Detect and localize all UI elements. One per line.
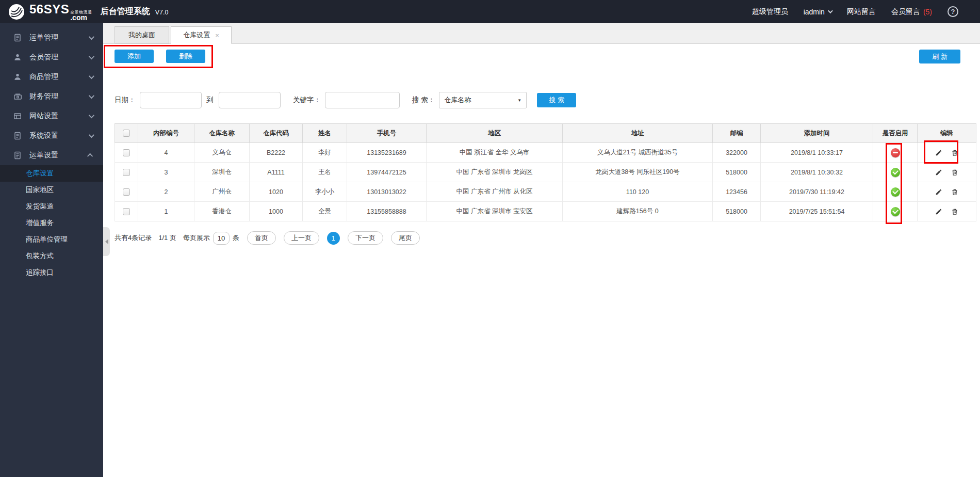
row-checkbox[interactable] bbox=[123, 149, 130, 156]
next-page-button[interactable]: 下一页 bbox=[348, 231, 383, 245]
column-header: 姓名 bbox=[303, 124, 347, 143]
sidebar-item-3[interactable]: 财务管理 bbox=[0, 87, 103, 106]
money-icon bbox=[13, 92, 22, 101]
table-row: 3深圳仓A1111王名13974472125中国 广东省 深圳市 龙岗区龙岗大道… bbox=[115, 163, 976, 182]
sidebar-subitem-6[interactable]: 追踪接口 bbox=[0, 264, 103, 281]
column-header: 是否启用 bbox=[873, 124, 918, 143]
pencil-icon[interactable] bbox=[935, 149, 942, 156]
sidebar-subitem-4[interactable]: 商品单位管理 bbox=[0, 231, 103, 248]
close-icon[interactable]: × bbox=[215, 31, 219, 39]
green-check-icon[interactable] bbox=[891, 187, 900, 197]
sidebar-subitem-3[interactable]: 增值服务 bbox=[0, 215, 103, 231]
current-page-button[interactable]: 1 bbox=[327, 232, 340, 245]
per-page-unit: 条 bbox=[233, 233, 239, 243]
cell-address: 龙岗大道38号 同乐社区190号 bbox=[563, 163, 713, 182]
column-header: 地址 bbox=[563, 124, 713, 143]
cell-zip: 518000 bbox=[713, 202, 761, 221]
chevron-down-icon bbox=[89, 73, 94, 79]
chevron-down-icon bbox=[89, 113, 94, 118]
app-version: V7.0 bbox=[155, 9, 169, 16]
cell-name: 香港仓 bbox=[194, 202, 250, 221]
pencil-icon[interactable] bbox=[935, 169, 942, 176]
brand-suffix: .com bbox=[70, 14, 92, 21]
cell-added: 2019/7/25 15:51:54 bbox=[761, 202, 873, 221]
cell-contact: 全景 bbox=[303, 202, 347, 221]
row-checkbox[interactable] bbox=[123, 169, 130, 176]
cell-zip: 518000 bbox=[713, 163, 761, 182]
search-field-select[interactable]: 仓库名称 ▼ bbox=[439, 92, 527, 108]
main-content: 我的桌面 仓库设置 × 添加 删除 刷 新 日期： 到 关键字： 搜 索： 仓库… bbox=[103, 23, 980, 477]
per-page-input[interactable] bbox=[213, 232, 230, 245]
sidebar-item-5[interactable]: 系统设置 bbox=[0, 126, 103, 146]
chevron-down-icon bbox=[89, 93, 94, 99]
red-minus-icon[interactable] bbox=[891, 148, 900, 157]
trash-icon[interactable] bbox=[951, 149, 958, 156]
chevron-down-icon bbox=[828, 8, 833, 13]
cell-region: 中国 浙江省 金华 义乌市 bbox=[427, 143, 563, 163]
cell-phone: 13013013022 bbox=[347, 182, 427, 202]
nav-member-messages[interactable]: 会员留言 (5) bbox=[891, 7, 932, 17]
green-check-icon[interactable] bbox=[891, 168, 900, 177]
keyword-input[interactable] bbox=[325, 92, 400, 108]
sidebar-item-0[interactable]: 运单管理 bbox=[0, 28, 103, 47]
cell-id: 2 bbox=[138, 182, 194, 202]
cell-address: 义乌大道21号 城西街道35号 bbox=[563, 143, 713, 163]
sidebar-subitem-5[interactable]: 包装方式 bbox=[0, 248, 103, 264]
sidebar-subitem-2[interactable]: 发货渠道 bbox=[0, 198, 103, 215]
swoosh-logo-icon bbox=[8, 4, 25, 20]
sidebar-collapse-handle[interactable] bbox=[103, 227, 110, 256]
row-checkbox[interactable] bbox=[123, 208, 130, 215]
first-page-button[interactable]: 首页 bbox=[247, 231, 276, 245]
tab-my-desktop[interactable]: 我的桌面 bbox=[115, 26, 169, 43]
cell-name: 广州仓 bbox=[194, 182, 250, 202]
document-icon bbox=[13, 132, 22, 140]
sidebar-item-6[interactable]: 运单设置 bbox=[0, 146, 103, 165]
select-caret-icon: ▼ bbox=[517, 98, 521, 103]
cell-region: 中国 广东省 广州市 从化区 bbox=[427, 182, 563, 202]
sidebar-subitem-1[interactable]: 国家地区 bbox=[0, 182, 103, 198]
top-nav: 超级管理员 iadmin 网站留言 会员留言 (5) ? bbox=[752, 6, 980, 17]
sidebar-item-2[interactable]: 商品管理 bbox=[0, 67, 103, 87]
user-menu[interactable]: iadmin bbox=[804, 8, 831, 16]
sidebar: 运单管理会员管理商品管理财务管理网站设置系统设置运单设置仓库设置国家地区发货渠道… bbox=[0, 23, 103, 477]
green-check-icon[interactable] bbox=[891, 207, 900, 216]
table-row: 1香港仓1000全景13155858888中国 广东省 深圳市 宝安区建辉路15… bbox=[115, 202, 976, 221]
sidebar-subitem-0[interactable]: 仓库设置 bbox=[0, 165, 103, 182]
trash-icon[interactable] bbox=[951, 188, 958, 196]
date-to-input[interactable] bbox=[219, 92, 281, 108]
tab-warehouse-settings[interactable]: 仓库设置 × bbox=[171, 26, 232, 44]
sidebar-item-4[interactable]: 网站设置 bbox=[0, 106, 103, 126]
refresh-button[interactable]: 刷 新 bbox=[919, 50, 960, 63]
cell-region: 中国 广东省 深圳市 宝安区 bbox=[427, 202, 563, 221]
cell-added: 2019/7/30 11:19:42 bbox=[761, 182, 873, 202]
sidebar-menu: 运单管理会员管理商品管理财务管理网站设置系统设置运单设置仓库设置国家地区发货渠道… bbox=[0, 28, 103, 281]
row-checkbox[interactable] bbox=[123, 188, 130, 196]
select-all-checkbox[interactable] bbox=[123, 130, 130, 137]
cell-phone: 13974472125 bbox=[347, 163, 427, 182]
top-header: 56SYS 全景物流通 .com 后台管理系统 V7.0 超级管理员 iadmi… bbox=[0, 0, 980, 23]
record-summary: 共有4条记录 bbox=[115, 233, 152, 243]
nav-site-messages[interactable]: 网站留言 bbox=[847, 7, 876, 17]
brand-logo: 56SYS 全景物流通 .com bbox=[8, 2, 92, 22]
column-header: 邮编 bbox=[713, 124, 761, 143]
prev-page-button[interactable]: 上一页 bbox=[284, 231, 319, 245]
column-header: 仓库代码 bbox=[250, 124, 303, 143]
cell-phone: 13135231689 bbox=[347, 143, 427, 163]
trash-icon[interactable] bbox=[951, 169, 958, 176]
chevron-down-icon bbox=[89, 54, 94, 59]
cell-id: 4 bbox=[138, 143, 194, 163]
pencil-icon[interactable] bbox=[935, 208, 942, 215]
help-icon[interactable]: ? bbox=[948, 6, 958, 17]
last-page-button[interactable]: 尾页 bbox=[391, 231, 420, 245]
document-icon bbox=[13, 34, 22, 42]
sidebar-item-1[interactable]: 会员管理 bbox=[0, 47, 103, 67]
cell-code: A1111 bbox=[250, 163, 303, 182]
column-header: 仓库名称 bbox=[194, 124, 250, 143]
search-button[interactable]: 搜 索 bbox=[537, 93, 576, 107]
delete-button[interactable]: 删除 bbox=[166, 50, 205, 63]
pencil-icon[interactable] bbox=[935, 188, 942, 196]
date-from-input[interactable] bbox=[140, 92, 202, 108]
trash-icon[interactable] bbox=[951, 208, 958, 215]
cell-code: 1000 bbox=[250, 202, 303, 221]
add-button[interactable]: 添加 bbox=[115, 50, 154, 63]
